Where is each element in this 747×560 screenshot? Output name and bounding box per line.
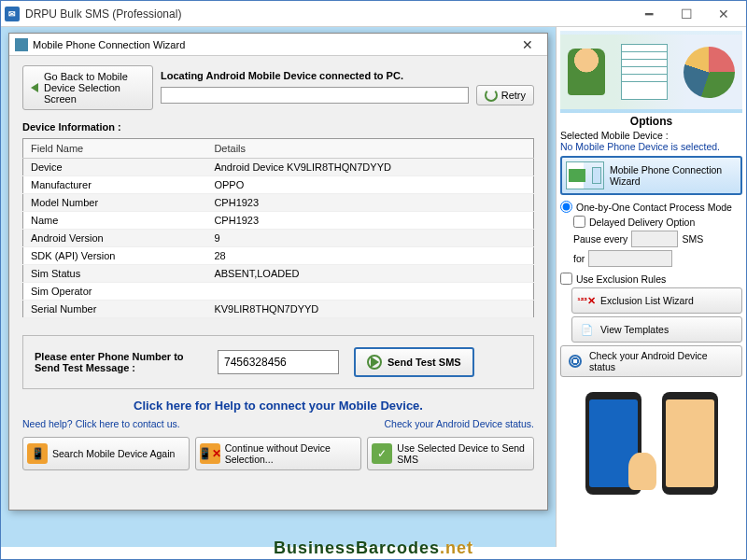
use-exclusion-checkbox[interactable]: Use Exclusion Rules xyxy=(560,273,742,285)
test-message-panel: Please enter Phone Number to Send Test M… xyxy=(22,335,534,389)
retry-button[interactable]: Retry xyxy=(476,85,534,105)
play-icon xyxy=(367,355,382,370)
phones-illustration xyxy=(560,383,742,504)
delayed-delivery-checkbox[interactable]: Delayed Delivery Option xyxy=(573,216,742,228)
decorative-banner xyxy=(560,31,742,113)
continue-without-device-button[interactable]: 📱✕ Continue without Device Selection... xyxy=(195,437,362,470)
use-selected-device-button[interactable]: ✓ Use Selected Device to Send SMS xyxy=(367,437,534,470)
use-device-icon: ✓ xyxy=(372,443,392,464)
options-heading: Options xyxy=(560,115,742,128)
person-icon xyxy=(568,49,605,95)
minimize-button[interactable]: ━ xyxy=(630,3,668,25)
device-info-table: Field Name Details DeviceAndroid Device … xyxy=(22,138,534,318)
selected-device-label: Selected Mobile Device : xyxy=(560,130,742,141)
table-row: Sim Operator xyxy=(23,283,534,301)
delayed-delivery-input[interactable] xyxy=(573,216,585,228)
pie-chart-icon xyxy=(684,47,735,98)
table-row: Serial NumberKV9LIR8THQN7DYYD xyxy=(23,301,534,318)
process-mode-radio[interactable]: One-by-One Contact Process Mode xyxy=(560,201,742,213)
maximize-button[interactable]: ☐ xyxy=(668,3,705,25)
refresh-icon xyxy=(485,89,498,102)
search-device-icon: 📱 xyxy=(27,443,48,464)
table-row: ManufacturerOPPO xyxy=(23,176,534,194)
send-test-sms-button[interactable]: Send Test SMS xyxy=(354,347,474,377)
connection-wizard-button[interactable]: Mobile Phone Connection Wizard xyxy=(560,156,742,195)
watermark: BusinessBarcodes.net xyxy=(0,539,747,558)
check-device-status-button[interactable]: Check your Android Device status xyxy=(560,345,742,377)
test-phone-label: Please enter Phone Number to Send Test M… xyxy=(35,351,203,373)
arrow-left-icon xyxy=(31,83,38,92)
need-help-link[interactable]: Need help? Click here to contact us. xyxy=(22,418,180,429)
pause-every-label: Pause every xyxy=(573,233,627,245)
gear-icon xyxy=(567,353,584,370)
pause-for-input[interactable] xyxy=(588,250,672,267)
table-row: Sim StatusABSENT,LOADED xyxy=(23,265,534,283)
col-field-name: Field Name xyxy=(23,139,207,159)
dialog-close-button[interactable]: ✕ xyxy=(514,37,542,52)
dialog-titlebar: Mobile Phone Connection Wizard ✕ xyxy=(9,34,547,56)
options-panel: Options Selected Mobile Device : No Mobi… xyxy=(556,27,746,547)
check-status-link[interactable]: Check your Android Device status. xyxy=(385,418,535,429)
test-phone-input[interactable] xyxy=(218,350,339,374)
dialog-icon xyxy=(15,38,28,51)
hand-icon xyxy=(628,453,656,490)
exclusion-icon: ¹²³✕ xyxy=(578,292,595,309)
sms-suffix-label: SMS xyxy=(682,233,703,245)
table-row: DeviceAndroid Device KV9LIR8THQN7DYYD xyxy=(23,159,534,176)
main-content-area: Mobile Phone Connection Wizard ✕ Go Back… xyxy=(1,27,556,547)
main-window: ✉ DRPU Bulk SMS (Professional) ━ ☐ ✕ Mob… xyxy=(0,0,747,560)
table-row: NameCPH1923 xyxy=(23,212,534,230)
phone-mockup-2 xyxy=(662,392,718,495)
locating-label: Locating Android Mobile Device connected… xyxy=(161,70,534,81)
pause-every-input[interactable] xyxy=(631,231,678,247)
process-mode-radio-input[interactable] xyxy=(560,201,572,213)
connection-wizard-icon xyxy=(566,161,604,189)
dialog-title: Mobile Phone Connection Wizard xyxy=(33,39,514,50)
close-button[interactable]: ✕ xyxy=(705,3,742,25)
table-row: SDK (API) Version28 xyxy=(23,247,534,265)
help-connect-link[interactable]: Click here for Help to connect your Mobi… xyxy=(22,399,534,413)
progress-bar xyxy=(161,87,469,104)
exclusion-list-wizard-button[interactable]: ¹²³✕ Exclusion List Wizard xyxy=(571,287,742,314)
window-title: DRPU Bulk SMS (Professional) xyxy=(25,7,630,21)
device-info-heading: Device Information : xyxy=(22,121,534,133)
for-label: for xyxy=(573,253,585,264)
main-titlebar: ✉ DRPU Bulk SMS (Professional) ━ ☐ ✕ xyxy=(1,1,746,27)
selected-device-value: No Mobile Phone Device is selected. xyxy=(560,141,742,152)
use-exclusion-input[interactable] xyxy=(560,273,572,285)
spreadsheet-icon xyxy=(621,44,668,100)
table-row: Android Version9 xyxy=(23,230,534,247)
go-back-button[interactable]: Go Back to Mobile Device Selection Scree… xyxy=(22,65,153,110)
col-details: Details xyxy=(206,139,533,159)
templates-icon: 📄 xyxy=(578,321,595,338)
app-icon: ✉ xyxy=(5,7,20,21)
connection-wizard-dialog: Mobile Phone Connection Wizard ✕ Go Back… xyxy=(8,33,548,511)
no-device-icon: 📱✕ xyxy=(200,443,220,464)
search-device-again-button[interactable]: 📱 Search Mobile Device Again xyxy=(22,437,190,470)
view-templates-button[interactable]: 📄 View Templates xyxy=(571,316,742,343)
table-row: Model NumberCPH1923 xyxy=(23,194,534,212)
